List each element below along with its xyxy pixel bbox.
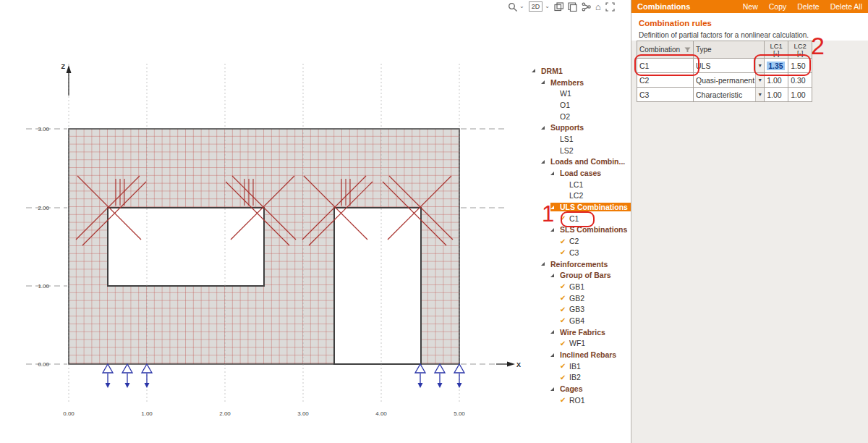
new-button[interactable]: New (743, 2, 758, 11)
checkbox-checked-icon[interactable]: ✔ (560, 237, 569, 245)
tree-item-label: SLS Combinations (560, 225, 627, 234)
tree-item-ib2[interactable]: ✔IB2 (530, 372, 633, 384)
combination-row-c3[interactable]: C3Characteristic▼1.001.00 (637, 88, 812, 102)
tree-item-drm1[interactable]: DRM1 (530, 65, 633, 77)
combination-row-c1[interactable]: C1ULS▼1.351.50 (637, 59, 812, 73)
filter-icon[interactable] (684, 47, 691, 53)
combination-type-select[interactable]: Quasi-permanent▼ (694, 73, 765, 88)
tree-item-c2[interactable]: ✔C2 (530, 235, 633, 247)
combination-type-select[interactable]: Characteristic▼ (694, 88, 765, 102)
tree-item-wf1[interactable]: ✔WF1 (530, 338, 633, 350)
combination-name-cell[interactable]: C2 (637, 73, 694, 88)
expand-arrow-icon[interactable] (532, 69, 541, 72)
viewport[interactable]: Z X 3.00 2.00 1.00 0.00 0.00 1.00 2.00 3… (0, 0, 631, 443)
tree-item-group-of-bars[interactable]: Group of Bars (530, 269, 633, 281)
expand-arrow-icon[interactable] (550, 330, 560, 334)
fit-view-icon[interactable] (605, 2, 615, 12)
checkbox-checked-icon[interactable]: ✔ (560, 396, 569, 404)
expand-arrow-icon[interactable] (550, 274, 560, 277)
chevron-down-icon[interactable]: ▼ (755, 59, 764, 72)
combination-name-cell[interactable]: C1 (637, 59, 694, 73)
tree-item-gb1[interactable]: ✔GB1 (530, 281, 633, 292)
checkbox-checked-icon[interactable]: ✔ (560, 248, 569, 256)
lc1-factor-cell[interactable]: 1.00 (765, 88, 788, 102)
view-2d-dropdown[interactable]: 2D (529, 1, 543, 12)
checkbox-checked-icon[interactable]: ✔ (560, 339, 569, 347)
checkbox-checked-icon[interactable]: ✔ (560, 374, 569, 381)
tree-item-c1[interactable]: ✔C1 (530, 213, 633, 224)
delete-button[interactable]: Delete (797, 2, 819, 11)
tree-item-ls1[interactable]: LS1 (530, 133, 633, 145)
tree-item-ib1[interactable]: ✔IB1 (530, 360, 633, 372)
tree-item-reinforcements[interactable]: Reinforcements (530, 258, 633, 270)
chevron-down-icon[interactable]: ⌄ (545, 4, 550, 9)
expand-arrow-icon[interactable] (541, 160, 550, 164)
share-icon[interactable] (582, 2, 591, 12)
tree-item-lc1[interactable]: LC1 (530, 179, 633, 190)
tree-item-uls-combinations[interactable]: ULS Combinations (530, 201, 633, 213)
zoom-icon[interactable] (508, 2, 517, 12)
tree-item-ro1[interactable]: ✔RO1 (530, 395, 633, 406)
checkbox-checked-icon[interactable]: ✔ (560, 294, 569, 302)
expand-arrow-icon[interactable] (541, 262, 550, 266)
combination-type-select[interactable]: ULS▼ (694, 59, 765, 73)
checkbox-checked-icon[interactable]: ✔ (560, 282, 569, 290)
line-supports[interactable] (103, 364, 464, 388)
combination-name-cell[interactable]: C3 (637, 88, 694, 102)
tree-item-w1[interactable]: W1 (530, 88, 633, 99)
opening-o1[interactable] (108, 208, 264, 286)
checkbox-checked-icon[interactable]: ✔ (560, 362, 569, 370)
tree-item-o2[interactable]: O2 (530, 111, 633, 122)
lc1-factor-cell[interactable]: 1.35 (765, 59, 788, 73)
delete-all-button[interactable]: Delete All (830, 2, 862, 11)
tree-item-supports[interactable]: Supports (530, 122, 633, 133)
header-lc2[interactable]: LC2 [-] (788, 41, 812, 59)
tree-item-cages[interactable]: Cages (530, 383, 633, 395)
expand-arrow-icon[interactable] (550, 353, 560, 357)
header-type[interactable]: Type (694, 41, 765, 59)
expand-arrow-icon[interactable] (541, 80, 550, 84)
wall-structure[interactable] (69, 129, 459, 364)
frames-icon[interactable] (554, 2, 563, 12)
opening-o2[interactable] (334, 208, 421, 364)
checkbox-checked-icon[interactable]: ✔ (560, 305, 569, 313)
header-combination[interactable]: Combination (637, 41, 694, 59)
header-lc2-unit: [-] (788, 50, 812, 57)
lc2-factor-cell[interactable]: 1.50 (788, 59, 812, 73)
tree-item-lc2[interactable]: LC2 (530, 190, 633, 202)
combination-row-c2[interactable]: C2Quasi-permanent▼1.000.30 (637, 73, 812, 88)
tree-item-loads-and-combin[interactable]: Loads and Combin... (530, 156, 633, 168)
tree-item-inclined-rebars[interactable]: Inclined Rebars (530, 349, 633, 360)
tree-item-c3[interactable]: ✔C3 (530, 247, 633, 258)
chevron-down-icon[interactable]: ⌄ (519, 4, 524, 9)
lc2-factor-value: 1.00 (791, 90, 805, 99)
tree-item-gb2[interactable]: ✔GB2 (530, 292, 633, 304)
copy-button[interactable]: Copy (769, 2, 787, 11)
tree-item-sls-combinations[interactable]: SLS Combinations (530, 224, 633, 236)
checkbox-checked-icon[interactable]: ✔ (560, 214, 569, 222)
header-lc1[interactable]: LC1 [-] (765, 41, 788, 59)
home-icon[interactable]: ⌂ (595, 2, 601, 12)
expand-arrow-icon[interactable] (541, 126, 550, 130)
tree-item-gb4[interactable]: ✔GB4 (530, 315, 633, 326)
expand-arrow-icon[interactable] (550, 387, 560, 391)
tree-item-label: IB1 (569, 362, 581, 371)
lc2-factor-cell[interactable]: 1.00 (788, 88, 812, 102)
lc2-factor-cell[interactable]: 0.30 (788, 73, 812, 88)
tree-item-ls2[interactable]: LS2 (530, 145, 633, 156)
tree-item-label: Reinforcements (550, 260, 608, 269)
expand-arrow-icon[interactable] (550, 172, 560, 175)
tree-item-o1[interactable]: O1 (530, 99, 633, 111)
checkbox-checked-icon[interactable]: ✔ (560, 316, 569, 324)
chevron-down-icon[interactable]: ▼ (755, 88, 764, 101)
lc1-factor-cell[interactable]: 1.00 (765, 73, 788, 88)
tree-item-members[interactable]: Members (530, 77, 633, 88)
tree-item-wire-fabrics[interactable]: Wire Fabrics (530, 326, 633, 338)
copy-icon[interactable] (568, 2, 577, 12)
tree-item-gb3[interactable]: ✔GB3 (530, 303, 633, 315)
chevron-down-icon[interactable]: ▼ (755, 73, 764, 87)
tree-item-load-cases[interactable]: Load cases (530, 167, 633, 179)
expand-arrow-icon[interactable] (550, 228, 560, 232)
expand-arrow-icon[interactable] (550, 206, 560, 209)
panel-title: Combinations (637, 2, 732, 11)
